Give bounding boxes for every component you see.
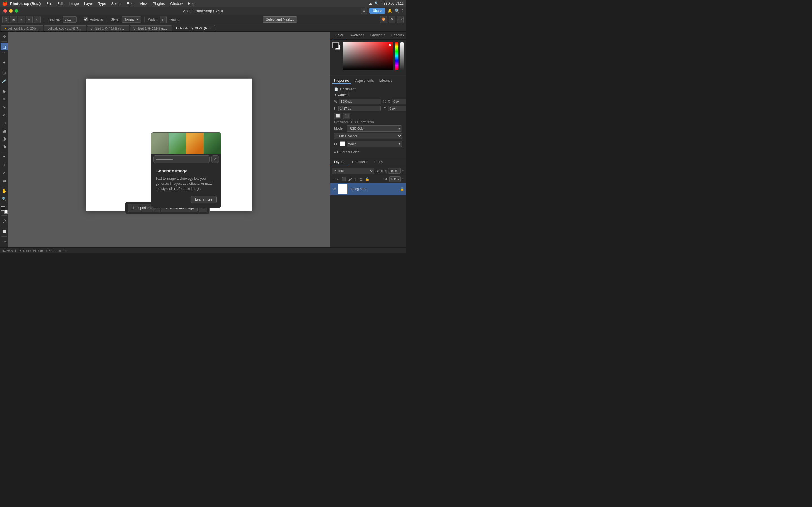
move-tool[interactable]: ✛: [1, 33, 8, 40]
portrait-icon[interactable]: ⬛: [343, 113, 350, 119]
zoom-tool[interactable]: 🔍: [1, 195, 8, 203]
properties-tab[interactable]: Properties: [333, 78, 351, 84]
fill-color-swatch[interactable]: [340, 142, 345, 147]
maximize-button[interactable]: [15, 9, 18, 13]
lock-all-icon[interactable]: 🔒: [365, 177, 369, 181]
background-layer[interactable]: 👁 Background 🔒: [330, 183, 406, 194]
dodge-tool[interactable]: ◑: [1, 143, 8, 150]
select-and-mask-button[interactable]: Select and Mask...: [263, 16, 297, 22]
canvas-header[interactable]: ▼ Canvas: [334, 93, 402, 97]
share-button[interactable]: Share: [369, 8, 385, 13]
color-tab-patterns[interactable]: Patterns: [389, 32, 406, 40]
hand-tool[interactable]: ✋: [1, 187, 8, 194]
minimize-button[interactable]: [9, 9, 13, 13]
rulers-grids-section[interactable]: ▶ Rulers & Grids: [333, 148, 404, 156]
menu-image[interactable]: Image: [66, 1, 81, 6]
screen-mode-tool[interactable]: ⬜: [1, 228, 8, 235]
canvas-x-input[interactable]: [392, 99, 406, 104]
tab-4[interactable]: Untitled-3 @ 93,7% (RGB/8): [172, 25, 215, 31]
layers-tab[interactable]: Layers: [330, 158, 348, 166]
marquee-option-3[interactable]: ⊞: [18, 16, 25, 23]
color-tab-gradients[interactable]: Gradients: [368, 32, 388, 40]
foreground-color[interactable]: [1, 206, 5, 211]
healing-brush-tool[interactable]: ⊕: [1, 88, 8, 95]
canvas-height-input[interactable]: [338, 106, 380, 111]
magic-wand-tool[interactable]: ✦: [1, 59, 8, 66]
brush-tool[interactable]: ✏: [1, 96, 8, 103]
color-gradient-field[interactable]: [343, 42, 393, 70]
marquee-tool[interactable]: ⬚: [1, 43, 8, 50]
path-selection-tool[interactable]: ↗: [1, 169, 8, 176]
hue-slider[interactable]: [395, 42, 398, 70]
quick-mask-tool[interactable]: ◯: [1, 217, 8, 224]
clone-stamp-tool[interactable]: ⊗: [1, 103, 8, 111]
paths-tab[interactable]: Paths: [370, 158, 387, 166]
color-mode-select[interactable]: RGB Color: [347, 125, 402, 131]
tab-1[interactable]: doi balo copy.psd @ 73,4%...: [44, 25, 86, 31]
opacity-slider[interactable]: [400, 42, 404, 70]
eraser-tool[interactable]: ◻: [1, 119, 8, 126]
marquee-option-2[interactable]: ▣: [10, 16, 17, 23]
menu-plugins[interactable]: Plugins: [151, 1, 167, 6]
close-button[interactable]: [3, 9, 7, 13]
marquee-option-5[interactable]: ⊠: [34, 16, 41, 23]
tab-2[interactable]: Untitled-1 @ 48,6% (under t...: [87, 25, 129, 31]
feather-input[interactable]: [63, 16, 77, 22]
rectangular-marquee-icon[interactable]: ⬚: [2, 16, 9, 23]
landscape-icon[interactable]: ⬜: [334, 113, 342, 119]
blur-tool[interactable]: ◎: [1, 135, 8, 142]
menu-type[interactable]: Type: [96, 1, 108, 6]
fill-pct-input[interactable]: [389, 176, 401, 182]
pen-tool[interactable]: ✒: [1, 153, 8, 161]
menu-layer[interactable]: Layer: [82, 1, 96, 6]
adjustments-tab[interactable]: Adjustments: [354, 78, 375, 84]
status-arrow[interactable]: ›: [66, 249, 68, 252]
canvas-area[interactable]: ⤢ Generate Image Text to image technolog…: [8, 32, 330, 247]
tab-3[interactable]: Untitled-2 @ 63,9% (panda ...: [130, 25, 172, 31]
gradient-tool[interactable]: ▦: [1, 127, 8, 134]
color-tab-swatches[interactable]: Swatches: [347, 32, 367, 40]
search-button[interactable]: 🔍: [395, 8, 399, 13]
extras-tool[interactable]: •••: [1, 238, 8, 245]
fill-dropdown[interactable]: White ▼: [347, 141, 402, 147]
search-icon[interactable]: 🔍: [374, 1, 378, 5]
menu-window[interactable]: Window: [167, 1, 185, 6]
menu-help[interactable]: Help: [186, 1, 198, 6]
menu-select[interactable]: Select: [109, 1, 124, 6]
tab-0[interactable]: ● doi non 2.jpg @ 25% (chan...: [1, 25, 43, 31]
canvas-width-input[interactable]: [339, 99, 381, 104]
menu-filter[interactable]: Filter: [124, 1, 137, 6]
lock-artboards-icon[interactable]: ⊡: [359, 177, 363, 181]
foreground-swatch[interactable]: [333, 42, 339, 48]
anti-alias-checkbox[interactable]: [84, 17, 88, 21]
menu-edit[interactable]: Edit: [55, 1, 66, 6]
creative-cloud-icon[interactable]: ☁: [369, 1, 372, 5]
style-dropdown[interactable]: Normal ▼: [121, 16, 141, 22]
color-panel-icon[interactable]: 🎨: [380, 16, 387, 23]
color-tab-color[interactable]: Color: [333, 32, 346, 40]
menu-view[interactable]: View: [138, 1, 150, 6]
popup-expand-button[interactable]: ⤢: [211, 156, 219, 163]
help-icon[interactable]: ?: [402, 8, 404, 13]
bits-select[interactable]: 8 Bits/Channel: [334, 133, 402, 139]
notification-icon[interactable]: 🔔: [388, 8, 392, 13]
lock-position-icon[interactable]: ✛: [354, 177, 357, 181]
popup-search-bar[interactable]: [153, 156, 210, 163]
channels-tab[interactable]: Channels: [348, 158, 370, 166]
lock-transparency-icon[interactable]: ⬛: [342, 177, 346, 181]
blend-mode-select[interactable]: Normal: [332, 168, 374, 174]
collapse-icon[interactable]: >>: [397, 16, 404, 23]
properties-panel-icon[interactable]: ⚙: [389, 16, 395, 23]
canvas-y-input[interactable]: [388, 106, 406, 111]
libraries-tab[interactable]: Libraries: [378, 78, 394, 84]
document-header[interactable]: 📄 Document: [334, 87, 402, 91]
marquee-option-4[interactable]: ⊟: [26, 16, 33, 23]
lasso-tool[interactable]: ⌒: [1, 51, 8, 58]
history-brush-tool[interactable]: ↺: [1, 111, 8, 119]
lock-image-icon[interactable]: 🖌: [348, 177, 352, 181]
eyedropper-tool[interactable]: 💉: [1, 77, 8, 84]
learn-more-button[interactable]: Learn more: [191, 196, 216, 203]
swap-icon[interactable]: ⇄: [160, 16, 167, 23]
shape-tool[interactable]: ▭: [1, 177, 8, 184]
menu-file[interactable]: File: [44, 1, 54, 6]
